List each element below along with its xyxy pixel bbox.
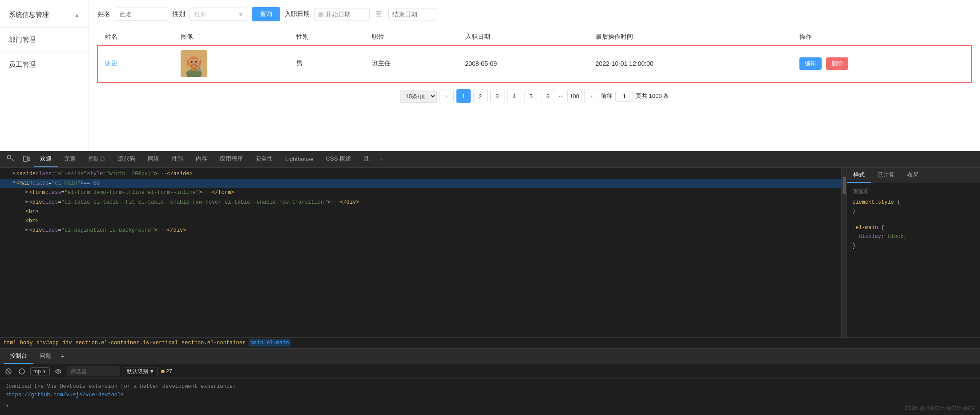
dots-7: ··· bbox=[157, 226, 167, 235]
breadcrumb-main-elmain[interactable]: main.el-main bbox=[249, 339, 290, 347]
date-end-input[interactable] bbox=[392, 11, 432, 18]
gender-select[interactable]: 性别 男 女 bbox=[190, 8, 247, 21]
breadcrumb-div[interactable]: div bbox=[62, 340, 72, 346]
page-5-button[interactable]: 5 bbox=[524, 89, 538, 103]
dom-line-5[interactable]: <br> bbox=[0, 207, 841, 217]
devtools-tab-console[interactable]: 控制台 bbox=[82, 151, 112, 167]
dom-line-7[interactable]: ▶ <div class="el-pagination is-backgroun… bbox=[0, 226, 841, 235]
attr-val-style-aside: "width: 200px;" bbox=[106, 170, 154, 178]
console-devtools-link[interactable]: https://github.com/vuejs/vue-devtools bbox=[5, 392, 124, 398]
right-panel-content: 筛选器 element.style { } .el-main { display… bbox=[847, 183, 980, 337]
warning-badge[interactable]: 27 bbox=[161, 368, 172, 375]
svg-point-4 bbox=[193, 63, 194, 64]
console-filter-input[interactable] bbox=[67, 367, 120, 376]
next-page-button[interactable]: › bbox=[584, 89, 598, 103]
dom-line-3[interactable]: ▶ <form class="el-form demo-form-inline … bbox=[0, 188, 841, 197]
page-3-button[interactable]: 3 bbox=[490, 89, 504, 103]
date-start-input[interactable] bbox=[326, 11, 366, 18]
breadcrumb-html[interactable]: html bbox=[4, 340, 16, 346]
devtools-tab-sources[interactable]: 源代码 bbox=[112, 151, 141, 167]
devtools-tab-css[interactable]: CSS 概述 bbox=[320, 151, 357, 167]
devtools-tab-performance[interactable]: 性能 bbox=[165, 151, 190, 167]
sidebar-item-dept[interactable]: 部门管理 bbox=[0, 29, 89, 50]
right-panel-tab-layout[interactable]: 布局 bbox=[901, 168, 925, 183]
css-rule-el-main: .el-main { display: block; } bbox=[852, 223, 975, 250]
top-badge[interactable]: top ▼ bbox=[30, 367, 50, 375]
sidebar-item-employee[interactable]: 员工管理 bbox=[0, 54, 89, 75]
sidebar-item-sysinfo[interactable]: 系统信息管理 ▲ bbox=[0, 4, 89, 25]
prev-page-button[interactable]: ‹ bbox=[440, 89, 454, 103]
breadcrumb-section-vertical[interactable]: section.el-container.is-vertical bbox=[76, 340, 178, 346]
breadcrumb-section-container[interactable]: section.el-container bbox=[181, 340, 246, 346]
page-4-button[interactable]: 4 bbox=[507, 89, 521, 103]
devtools-tab-security[interactable]: 安全性 bbox=[249, 151, 279, 167]
console-tab-console[interactable]: 控制台 bbox=[4, 349, 33, 364]
dom-panel: ▶ <aside class="el-aside" style="width: … bbox=[0, 168, 841, 337]
table-body: 谢逊 bbox=[98, 46, 971, 82]
tag-div-table-close: </div> bbox=[340, 198, 359, 207]
dom-line-2[interactable]: ▼ <main class="el-main" > == $0 bbox=[0, 179, 841, 188]
triangle-7: ▶ bbox=[26, 226, 28, 234]
delete-button[interactable]: 删除 bbox=[826, 57, 848, 70]
dom-line-1[interactable]: ▶ <aside class="el-aside" style="width: … bbox=[0, 169, 841, 179]
tag-aside-gt: > bbox=[154, 170, 157, 178]
tag-form-gt: > bbox=[199, 189, 202, 197]
tag-form: <form bbox=[29, 189, 45, 197]
breadcrumb-divapp[interactable]: div#app bbox=[36, 340, 59, 346]
page-size-select[interactable]: 10条/页 20条/页 bbox=[400, 90, 437, 103]
devtools-inspect-btn[interactable] bbox=[4, 152, 19, 167]
devtools-device-btn[interactable] bbox=[19, 152, 34, 167]
cell-avatar bbox=[173, 46, 289, 82]
equals-1: = bbox=[52, 170, 55, 178]
table-header-row: 姓名 图像 性别 职位 入职日期 最后操作时间 操作 bbox=[98, 28, 971, 46]
hash-s0: == $0 bbox=[84, 179, 100, 188]
page-1-button[interactable]: 1 bbox=[456, 89, 471, 103]
svg-point-13 bbox=[57, 371, 59, 372]
tag-aside-close: </aside> bbox=[167, 170, 193, 178]
table-wrapper: 姓名 图像 性别 职位 入职日期 最后操作时间 操作 谢逊 bbox=[98, 28, 971, 82]
right-panel-tab-computed[interactable]: 已计算 bbox=[871, 168, 901, 183]
triangle-3: ▶ bbox=[26, 189, 28, 196]
devtools-tab-network[interactable]: 网络 bbox=[141, 151, 165, 167]
devtools-tab-application[interactable]: 应用程序 bbox=[214, 151, 249, 167]
devtools-tab-extra[interactable]: 且 bbox=[357, 151, 375, 167]
devtools-tab-memory[interactable]: 内存 bbox=[190, 151, 214, 167]
right-panel-tab-styles[interactable]: 样式 bbox=[847, 168, 871, 183]
dom-line-6[interactable]: <br> bbox=[0, 217, 841, 226]
devtools-tab-lighthouse[interactable]: Lighthouse bbox=[279, 152, 320, 167]
attr-style-aside: style bbox=[87, 170, 103, 178]
dom-line-4[interactable]: ▶ <div class="el-table el-table--fit el-… bbox=[0, 198, 841, 207]
jump-prefix: 前往 bbox=[601, 92, 613, 100]
dots-3: ··· bbox=[202, 189, 212, 197]
page-100-button[interactable]: 100 bbox=[567, 89, 581, 103]
console-clear-btn[interactable] bbox=[4, 367, 13, 375]
console-filter-btn[interactable] bbox=[17, 367, 27, 375]
employee-name-link[interactable]: 谢逊 bbox=[105, 60, 117, 67]
search-button[interactable]: 查询 bbox=[252, 7, 280, 21]
edit-button[interactable]: 编辑 bbox=[799, 57, 822, 70]
name-input[interactable] bbox=[115, 8, 168, 21]
tag-div-pagination-gt: > bbox=[154, 226, 157, 235]
page-6-button[interactable]: 6 bbox=[541, 89, 555, 103]
cell-name: 谢逊 bbox=[98, 46, 173, 82]
page-2-button[interactable]: 2 bbox=[473, 89, 488, 103]
console-prompt-icon: › bbox=[5, 402, 9, 409]
tag-br-1: <br> bbox=[26, 208, 39, 216]
sidebar: 系统信息管理 ▲ 部门管理 员工管理 bbox=[0, 0, 89, 151]
devtools-tab-elements[interactable]: 元素 bbox=[58, 151, 82, 167]
console-eye-btn[interactable] bbox=[53, 367, 63, 375]
gender-label: 性别 bbox=[173, 10, 185, 18]
cell-position: 班主任 bbox=[365, 46, 458, 82]
console-tab-issues[interactable]: 问题 bbox=[33, 349, 57, 364]
date-end-wrapper bbox=[388, 8, 436, 20]
tag-div-table: <div bbox=[29, 198, 42, 207]
jump-input[interactable] bbox=[615, 91, 633, 102]
devtools-tab-welcome[interactable]: 欢迎 bbox=[34, 151, 58, 167]
level-select[interactable]: 默认级别 ▼ bbox=[124, 367, 158, 376]
tag-main: <main bbox=[16, 179, 32, 188]
devtools-tab-add[interactable]: + bbox=[375, 152, 387, 167]
scroll-thumb[interactable] bbox=[843, 177, 846, 194]
console-tab-add[interactable]: + bbox=[57, 350, 68, 363]
tag-main-gt: > bbox=[81, 179, 84, 188]
breadcrumb-body[interactable]: body bbox=[20, 340, 33, 346]
